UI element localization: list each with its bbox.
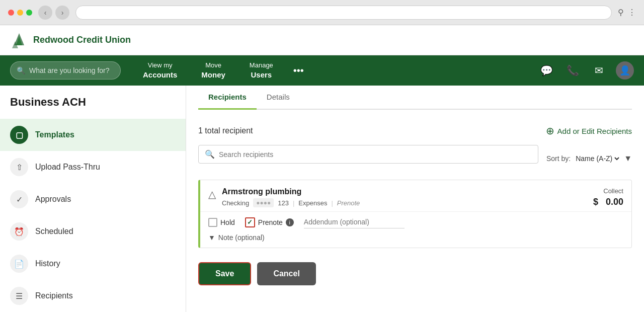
sidebar-upload-label: Upload Pass-Thru: [35, 163, 100, 172]
mail-icon[interactable]: ✉: [590, 61, 608, 80]
recipients-header: 1 total recipient ⊕ Add or Edit Recipien…: [198, 120, 632, 137]
forward-button[interactable]: ›: [55, 6, 69, 20]
prenote-info-icon[interactable]: i: [286, 218, 294, 226]
sort-label: Sort by:: [546, 154, 571, 163]
main-content: Business ACH ▢ Templates ⇧ Upload Pass-T…: [0, 86, 644, 312]
sidebar-history-label: History: [35, 259, 60, 268]
content-area: Recipients Details 1 total recipient ⊕ A…: [186, 86, 644, 312]
recipient-account-suffix: 123: [278, 199, 289, 207]
logo-area: Redwood Credit Union: [10, 31, 131, 49]
search-recipients-icon: 🔍: [205, 149, 215, 159]
note-chevron-icon: ▼: [208, 233, 215, 242]
recipient-meta: Checking ●●●● 123 | Expenses | Prenote: [222, 198, 567, 207]
templates-icon: ▢: [10, 126, 28, 144]
phone-icon[interactable]: 📞: [564, 61, 582, 80]
browser-nav-buttons: ‹ ›: [38, 6, 69, 20]
upload-icon: ⇧: [10, 158, 28, 176]
search-box[interactable]: 🔍 What are you looking for?: [10, 61, 121, 80]
collect-label: Collect: [573, 187, 623, 195]
recipient-prenote-tag: Prenote: [337, 199, 360, 207]
add-recipients-label: Add or Edit Recipients: [557, 127, 632, 135]
header-logo-bar: Redwood Credit Union: [0, 25, 644, 55]
nav-users-bottom: Users: [251, 70, 272, 80]
sort-row: Sort by: Name (A-Z) Name (Z-A) Amount ▼: [546, 154, 632, 163]
sidebar-approvals-label: Approvals: [35, 195, 71, 204]
tabs: Recipients Details: [198, 86, 632, 110]
meta-divider-2: |: [331, 199, 333, 207]
sidebar-item-approvals[interactable]: ✓ Approvals: [0, 183, 186, 215]
minimize-window-button[interactable]: [17, 10, 23, 16]
nav-more-button[interactable]: •••: [285, 65, 312, 76]
add-recipients-button[interactable]: ⊕ Add or Edit Recipients: [546, 125, 632, 137]
chat-icon[interactable]: 💬: [537, 61, 555, 80]
scheduled-icon: ⏰: [10, 222, 28, 241]
maximize-window-button[interactable]: [26, 10, 32, 16]
tab-details[interactable]: Details: [257, 86, 300, 110]
note-row[interactable]: ▼ Note (optional): [208, 233, 623, 242]
search-recipients-container: 🔍: [198, 145, 538, 164]
prenote-checkbox-item[interactable]: Prenote i: [245, 217, 294, 227]
recipient-count: 1 total recipient: [198, 126, 253, 135]
recipient-body: Hold Prenote i ▼ Note (optional): [200, 211, 631, 248]
expand-recipient-icon[interactable]: △: [208, 187, 216, 200]
back-button[interactable]: ‹: [38, 6, 52, 20]
nav-item-accounts[interactable]: View my Accounts: [131, 55, 189, 86]
tab-recipients-label: Recipients: [208, 93, 247, 101]
collect-amount: $ 0.00: [573, 197, 623, 207]
sort-select[interactable]: Name (A-Z) Name (Z-A) Amount: [574, 154, 621, 163]
recipient-info: Armstrong plumbing Checking ●●●● 123 | E…: [222, 187, 567, 207]
sidebar-item-upload[interactable]: ⇧ Upload Pass-Thru: [0, 151, 186, 183]
sidebar-scheduled-label: Scheduled: [35, 227, 73, 236]
logo-icon: [10, 31, 28, 49]
recipient-account-mask: ●●●●: [253, 198, 274, 207]
sidebar-item-templates[interactable]: ▢ Templates: [0, 119, 186, 151]
nav-item-users[interactable]: Manage Users: [237, 55, 285, 86]
sidebar-item-scheduled[interactable]: ⏰ Scheduled: [0, 215, 186, 248]
recipients-icon: ☰: [10, 287, 28, 305]
nav-bar: 🔍 What are you looking for? View my Acco…: [0, 55, 644, 86]
sidebar-item-recipients[interactable]: ☰ Recipients: [0, 280, 186, 312]
recipient-name: Armstrong plumbing: [222, 187, 567, 196]
prenote-checkbox[interactable]: [245, 217, 255, 227]
recipient-card-header: △ Armstrong plumbing Checking ●●●● 123 |…: [200, 180, 631, 211]
nav-item-money[interactable]: Move Money: [189, 55, 237, 86]
sort-chevron-icon: ▼: [624, 154, 632, 163]
nav-items: View my Accounts Move Money Manage Users…: [131, 55, 537, 86]
approvals-icon: ✓: [10, 190, 28, 208]
addendum-input[interactable]: [304, 216, 405, 228]
user-avatar[interactable]: 👤: [616, 61, 634, 80]
search-icon: 🔍: [17, 66, 25, 74]
close-window-button[interactable]: [8, 10, 14, 16]
prenote-label: Prenote: [258, 218, 283, 226]
save-button[interactable]: Save: [198, 262, 251, 285]
cancel-button[interactable]: Cancel: [257, 262, 315, 285]
hold-label: Hold: [220, 218, 235, 226]
search-recipients-input[interactable]: [219, 150, 532, 159]
recipient-account-type: Checking: [222, 199, 249, 207]
browser-menu-icon: ⋮: [628, 8, 636, 17]
hold-checkbox[interactable]: [208, 218, 217, 227]
collect-amount-value: 0.00: [606, 197, 623, 207]
nav-users-top: Manage: [250, 61, 273, 70]
history-icon: 📄: [10, 255, 28, 273]
search-sort-row: 🔍 Sort by: Name (A-Z) Name (Z-A) Amount …: [198, 145, 632, 172]
hold-checkbox-item[interactable]: Hold: [208, 218, 235, 227]
nav-money-top: Move: [205, 61, 221, 70]
recipient-card: △ Armstrong plumbing Checking ●●●● 123 |…: [198, 180, 632, 248]
address-bar: [75, 6, 612, 20]
nav-accounts-bottom: Accounts: [143, 70, 177, 80]
bottom-buttons: Save Cancel: [198, 254, 632, 293]
recipient-category: Expenses: [298, 199, 327, 207]
sidebar: Business ACH ▢ Templates ⇧ Upload Pass-T…: [0, 86, 186, 312]
sidebar-title: Business ACH: [0, 96, 186, 119]
nav-accounts-top: View my: [148, 61, 173, 70]
sidebar-recipients-label: Recipients: [35, 291, 73, 300]
sidebar-templates-label: Templates: [35, 130, 74, 139]
tab-recipients[interactable]: Recipients: [198, 86, 257, 110]
logo-text: Redwood Credit Union: [33, 35, 131, 45]
tab-details-label: Details: [267, 93, 290, 101]
search-placeholder: What are you looking for?: [29, 66, 110, 74]
content-inner: Recipients Details 1 total recipient ⊕ A…: [186, 86, 644, 312]
nav-actions: 💬 📞 ✉ 👤: [537, 61, 634, 80]
sidebar-item-history[interactable]: 📄 History: [0, 248, 186, 280]
